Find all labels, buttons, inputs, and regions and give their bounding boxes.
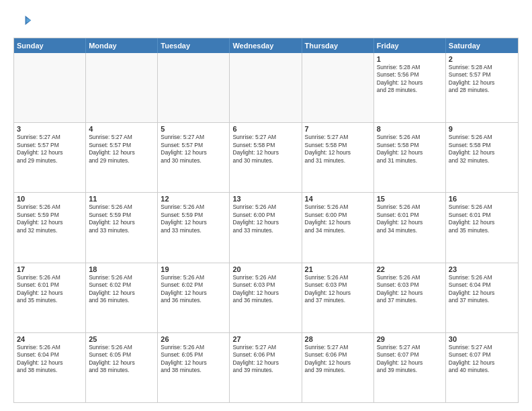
logo [13,12,35,31]
header [13,12,519,31]
day-number: 25 [89,335,154,343]
calendar-cell: 25Sunrise: 5:26 AM Sunset: 6:05 PM Dayli… [86,333,158,402]
page: SundayMondayTuesdayWednesdayThursdayFrid… [0,0,532,411]
calendar-cell: 9Sunrise: 5:26 AM Sunset: 5:58 PM Daylig… [446,123,518,192]
day-info: Sunrise: 5:26 AM Sunset: 6:04 PM Dayligh… [17,344,83,375]
day-info: Sunrise: 5:26 AM Sunset: 5:59 PM Dayligh… [161,203,226,234]
calendar-cell: 3Sunrise: 5:27 AM Sunset: 5:57 PM Daylig… [14,123,86,192]
day-info: Sunrise: 5:26 AM Sunset: 5:58 PM Dayligh… [377,134,443,165]
calendar: SundayMondayTuesdayWednesdayThursdayFrid… [13,38,519,403]
calendar-cell: 15Sunrise: 5:26 AM Sunset: 6:01 PM Dayli… [374,193,446,262]
day-info: Sunrise: 5:26 AM Sunset: 6:03 PM Dayligh… [232,274,298,305]
calendar-cell: 8Sunrise: 5:26 AM Sunset: 5:58 PM Daylig… [374,123,446,192]
calendar-cell: 21Sunrise: 5:26 AM Sunset: 6:03 PM Dayli… [302,263,374,332]
day-info: Sunrise: 5:28 AM Sunset: 5:57 PM Dayligh… [449,64,515,95]
day-number: 1 [377,55,443,63]
day-number: 15 [377,195,443,203]
day-info: Sunrise: 5:26 AM Sunset: 6:03 PM Dayligh… [305,274,371,305]
calendar-cell [158,53,230,122]
calendar-cell: 19Sunrise: 5:26 AM Sunset: 6:02 PM Dayli… [158,263,230,332]
day-number: 9 [449,125,515,133]
day-number: 26 [161,335,226,343]
day-number: 11 [89,195,154,203]
day-number: 29 [377,335,443,343]
day-number: 24 [17,335,83,343]
day-number: 17 [17,265,83,273]
day-info: Sunrise: 5:26 AM Sunset: 6:04 PM Dayligh… [449,274,515,305]
calendar-cell: 13Sunrise: 5:26 AM Sunset: 6:00 PM Dayli… [230,193,302,262]
day-info: Sunrise: 5:26 AM Sunset: 6:01 PM Dayligh… [377,203,443,234]
day-number: 6 [232,125,298,133]
calendar-cell [14,53,86,122]
day-info: Sunrise: 5:27 AM Sunset: 6:07 PM Dayligh… [377,344,443,375]
calendar-cell: 16Sunrise: 5:26 AM Sunset: 6:01 PM Dayli… [446,193,518,262]
day-info: Sunrise: 5:26 AM Sunset: 6:00 PM Dayligh… [305,203,371,234]
calendar-cell: 7Sunrise: 5:27 AM Sunset: 5:58 PM Daylig… [302,123,374,192]
day-number: 20 [232,265,298,273]
calendar-cell [302,53,374,122]
calendar-cell: 6Sunrise: 5:27 AM Sunset: 5:58 PM Daylig… [230,123,302,192]
day-info: Sunrise: 5:26 AM Sunset: 6:02 PM Dayligh… [89,274,154,305]
day-info: Sunrise: 5:27 AM Sunset: 6:07 PM Dayligh… [449,344,515,375]
calendar-cell: 27Sunrise: 5:27 AM Sunset: 6:06 PM Dayli… [230,333,302,402]
day-number: 23 [449,265,515,273]
day-info: Sunrise: 5:26 AM Sunset: 6:03 PM Dayligh… [377,274,443,305]
day-number: 30 [449,335,515,343]
day-number: 14 [305,195,371,203]
calendar-row-3: 10Sunrise: 5:26 AM Sunset: 5:59 PM Dayli… [14,193,518,263]
calendar-cell: 14Sunrise: 5:26 AM Sunset: 6:00 PM Dayli… [302,193,374,262]
day-number: 5 [161,125,226,133]
calendar-cell: 18Sunrise: 5:26 AM Sunset: 6:02 PM Dayli… [86,263,158,332]
header-cell-monday: Monday [86,38,158,53]
calendar-cell: 29Sunrise: 5:27 AM Sunset: 6:07 PM Dayli… [374,333,446,402]
day-number: 4 [89,125,154,133]
day-info: Sunrise: 5:27 AM Sunset: 5:58 PM Dayligh… [305,134,371,165]
day-number: 21 [305,265,371,273]
day-info: Sunrise: 5:26 AM Sunset: 6:02 PM Dayligh… [161,274,226,305]
day-info: Sunrise: 5:26 AM Sunset: 5:59 PM Dayligh… [89,203,154,234]
day-number: 18 [89,265,154,273]
day-info: Sunrise: 5:27 AM Sunset: 5:57 PM Dayligh… [89,134,154,165]
day-info: Sunrise: 5:26 AM Sunset: 5:58 PM Dayligh… [449,134,515,165]
day-info: Sunrise: 5:27 AM Sunset: 5:58 PM Dayligh… [232,134,298,165]
header-cell-saturday: Saturday [446,38,518,53]
calendar-cell: 4Sunrise: 5:27 AM Sunset: 5:57 PM Daylig… [86,123,158,192]
day-info: Sunrise: 5:27 AM Sunset: 5:57 PM Dayligh… [17,134,83,165]
day-number: 8 [377,125,443,133]
day-number: 19 [161,265,226,273]
day-info: Sunrise: 5:26 AM Sunset: 6:01 PM Dayligh… [449,203,515,234]
header-cell-tuesday: Tuesday [158,38,230,53]
day-number: 10 [17,195,83,203]
calendar-body: 1Sunrise: 5:28 AM Sunset: 5:56 PM Daylig… [14,53,518,402]
day-info: Sunrise: 5:28 AM Sunset: 5:56 PM Dayligh… [377,64,443,95]
calendar-cell: 10Sunrise: 5:26 AM Sunset: 5:59 PM Dayli… [14,193,86,262]
day-info: Sunrise: 5:27 AM Sunset: 5:57 PM Dayligh… [161,134,226,165]
day-info: Sunrise: 5:27 AM Sunset: 6:06 PM Dayligh… [232,344,298,375]
day-info: Sunrise: 5:26 AM Sunset: 6:00 PM Dayligh… [232,203,298,234]
day-info: Sunrise: 5:26 AM Sunset: 5:59 PM Dayligh… [17,203,83,234]
logo-icon [13,12,32,31]
calendar-cell: 5Sunrise: 5:27 AM Sunset: 5:57 PM Daylig… [158,123,230,192]
calendar-cell: 1Sunrise: 5:28 AM Sunset: 5:56 PM Daylig… [374,53,446,122]
calendar-row-5: 24Sunrise: 5:26 AM Sunset: 6:04 PM Dayli… [14,333,518,402]
calendar-cell: 23Sunrise: 5:26 AM Sunset: 6:04 PM Dayli… [446,263,518,332]
day-number: 13 [232,195,298,203]
calendar-cell: 11Sunrise: 5:26 AM Sunset: 5:59 PM Dayli… [86,193,158,262]
calendar-cell: 22Sunrise: 5:26 AM Sunset: 6:03 PM Dayli… [374,263,446,332]
calendar-cell [86,53,158,122]
calendar-cell: 2Sunrise: 5:28 AM Sunset: 5:57 PM Daylig… [446,53,518,122]
day-info: Sunrise: 5:26 AM Sunset: 6:05 PM Dayligh… [89,344,154,375]
day-info: Sunrise: 5:26 AM Sunset: 6:01 PM Dayligh… [17,274,83,305]
day-info: Sunrise: 5:27 AM Sunset: 6:06 PM Dayligh… [305,344,371,375]
day-number: 16 [449,195,515,203]
day-number: 7 [305,125,371,133]
calendar-row-1: 1Sunrise: 5:28 AM Sunset: 5:56 PM Daylig… [14,53,518,123]
day-number: 27 [232,335,298,343]
calendar-cell: 20Sunrise: 5:26 AM Sunset: 6:03 PM Dayli… [230,263,302,332]
day-number: 3 [17,125,83,133]
calendar-cell: 17Sunrise: 5:26 AM Sunset: 6:01 PM Dayli… [14,263,86,332]
header-cell-sunday: Sunday [14,38,86,53]
day-info: Sunrise: 5:26 AM Sunset: 6:05 PM Dayligh… [161,344,226,375]
calendar-row-2: 3Sunrise: 5:27 AM Sunset: 5:57 PM Daylig… [14,123,518,193]
calendar-cell: 30Sunrise: 5:27 AM Sunset: 6:07 PM Dayli… [446,333,518,402]
